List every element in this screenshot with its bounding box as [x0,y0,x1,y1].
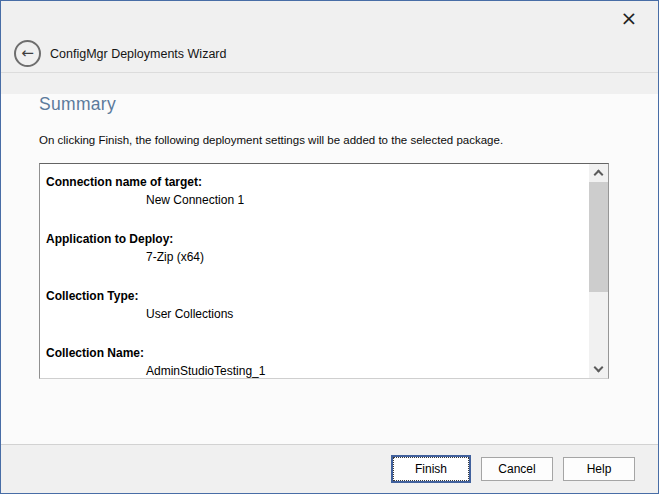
page-title: Summary [39,94,620,115]
scroll-up-button[interactable] [589,164,608,181]
summary-item-collection-name: Collection Name: AdminStudioTesting_1 [46,344,589,378]
close-button[interactable]: × [614,5,644,31]
scroll-down-button[interactable] [589,361,608,378]
finish-button[interactable]: Finish [391,455,471,483]
finish-button-label: Finish [394,458,468,480]
chevron-up-icon [594,170,604,180]
summary-box[interactable]: Connection name of target: New Connectio… [39,163,609,379]
back-button[interactable]: ← [14,40,41,67]
help-button[interactable]: Help [563,457,635,481]
page-description: On clicking Finish, the following deploy… [39,134,620,146]
summary-item-collection-type: Collection Type: User Collections [46,287,589,323]
summary-label: Collection Name: [46,344,589,362]
summary-value: User Collections [46,305,589,323]
close-icon: × [621,6,638,30]
wizard-title: ConfigMgr Deployments Wizard [50,47,226,61]
summary-item-application: Application to Deploy: 7-Zip (x64) [46,230,589,266]
summary-label: Connection name of target: [46,173,589,191]
title-bar: × [1,1,658,35]
summary-content: Connection name of target: New Connectio… [40,164,589,378]
vertical-scrollbar[interactable] [589,164,608,378]
wizard-window: × ← ConfigMgr Deployments Wizard Summary… [0,0,659,494]
wizard-header: ← ConfigMgr Deployments Wizard [1,35,658,73]
summary-item-connection: Connection name of target: New Connectio… [46,173,589,209]
summary-value: New Connection 1 [46,191,589,209]
chevron-down-icon [594,363,604,373]
summary-label: Collection Type: [46,287,589,305]
summary-label: Application to Deploy: [46,230,589,248]
scrollbar-thumb[interactable] [589,182,608,292]
scrollbar-track[interactable] [589,181,608,361]
footer-bar: Finish Cancel Help [1,444,658,493]
summary-value: AdminStudioTesting_1 [46,362,589,378]
back-arrow-icon: ← [21,46,34,61]
cancel-button[interactable]: Cancel [481,457,553,481]
page-body: Summary On clicking Finish, the followin… [1,94,658,466]
summary-value: 7-Zip (x64) [46,248,589,266]
